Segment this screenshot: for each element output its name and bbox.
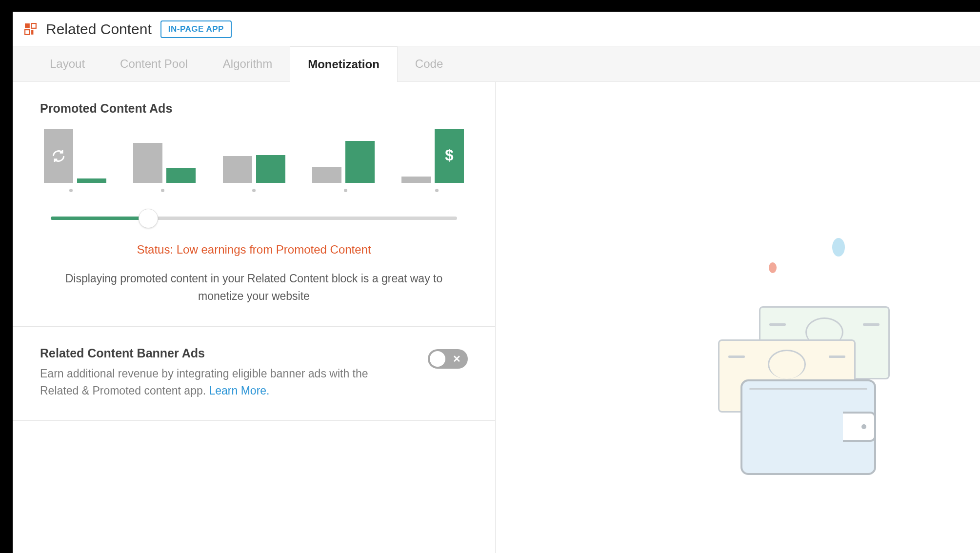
toggle-knob — [430, 351, 445, 367]
banner-ads-section: Related Content Banner Ads Earn addition… — [13, 327, 495, 421]
banner-desc-text: Earn additional revenue by integrating e… — [40, 367, 368, 397]
banner-ads-toggle[interactable]: ✕ — [428, 349, 468, 369]
slider-fill — [51, 217, 148, 220]
toggle-off-icon: ✕ — [453, 353, 461, 365]
dollar-icon: $ — [441, 148, 458, 164]
app-window: Related Content IN-PAGE APP Layout Conte… — [13, 12, 980, 553]
promoted-description: Displaying promoted content in your Rela… — [40, 270, 468, 305]
recycle-icon — [51, 148, 66, 164]
bar-pair-2 — [133, 129, 196, 183]
svg-text:$: $ — [445, 148, 453, 164]
promoted-content-section: Promoted Content Ads — [13, 82, 495, 327]
in-page-app-badge: IN-PAGE APP — [160, 20, 232, 38]
bar-pair-4 — [312, 129, 375, 183]
bar-pair-5: $ — [401, 129, 464, 183]
page-header: Related Content IN-PAGE APP — [13, 12, 980, 46]
tick-dot — [252, 189, 256, 192]
tab-monetization[interactable]: Monetization — [290, 46, 398, 82]
tick-dot — [69, 189, 73, 192]
tab-algorithm[interactable]: Algorithm — [205, 46, 290, 81]
decorative-dot-pink — [769, 262, 777, 273]
bar-pair-1 — [44, 129, 106, 183]
status-text: Status: Low earnings from Promoted Conte… — [40, 243, 468, 257]
earnings-chart: $ — [40, 129, 468, 183]
learn-more-link[interactable]: Learn More. — [209, 384, 270, 397]
tick-dot — [435, 189, 439, 192]
page-title: Related Content — [46, 21, 152, 38]
decorative-dot-blue — [832, 238, 845, 257]
slider-ticks — [40, 183, 468, 192]
tab-layout[interactable]: Layout — [32, 46, 102, 81]
tab-code[interactable]: Code — [398, 46, 460, 81]
content-area: Promoted Content Ads — [13, 82, 980, 553]
svg-rect-3 — [31, 30, 33, 35]
banner-description: Earn additional revenue by integrating e… — [40, 365, 391, 399]
banner-title: Related Content Banner Ads — [40, 346, 391, 360]
tick-dot — [344, 189, 347, 192]
wallet-flap — [843, 412, 876, 442]
wallet — [740, 379, 876, 475]
promoted-title: Promoted Content Ads — [40, 101, 468, 116]
monetization-slider[interactable] — [51, 209, 457, 228]
svg-rect-0 — [25, 23, 30, 28]
svg-rect-2 — [25, 30, 30, 35]
tab-bar: Layout Content Pool Algorithm Monetizati… — [13, 46, 980, 82]
slider-thumb[interactable] — [139, 209, 158, 228]
related-content-icon — [24, 23, 37, 36]
bar-pair-3 — [223, 129, 285, 183]
tab-content-pool[interactable]: Content Pool — [102, 46, 205, 81]
svg-rect-1 — [31, 23, 36, 28]
left-panel: Promoted Content Ads — [13, 82, 496, 553]
preview-panel — [496, 82, 980, 553]
tick-dot — [161, 189, 164, 192]
